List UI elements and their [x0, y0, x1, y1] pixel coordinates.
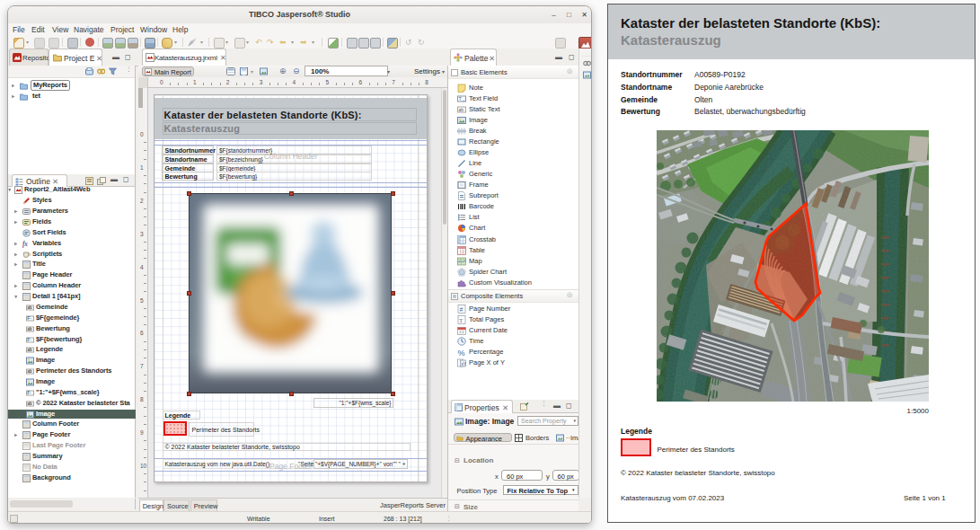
- svg-text:%: %: [458, 348, 465, 357]
- svg-text:T: T: [459, 316, 464, 323]
- svg-text:#: #: [460, 305, 464, 312]
- svg-text:ab: ab: [27, 326, 32, 331]
- svg-text:xY: xY: [462, 361, 467, 367]
- svg-text:ab: ab: [27, 368, 32, 374]
- svg-text:T⁔: T⁔: [459, 96, 466, 102]
- svg-text:ab: ab: [27, 305, 32, 310]
- svg-text:F·: F·: [27, 315, 31, 321]
- svg-text:ab: ab: [459, 107, 464, 112]
- svg-text:F·: F·: [27, 337, 31, 342]
- svg-text:ab: ab: [27, 401, 32, 406]
- svg-text:ab: ab: [27, 348, 32, 353]
- svg-text:fx: fx: [22, 241, 28, 248]
- svg-text:F·: F·: [27, 390, 31, 395]
